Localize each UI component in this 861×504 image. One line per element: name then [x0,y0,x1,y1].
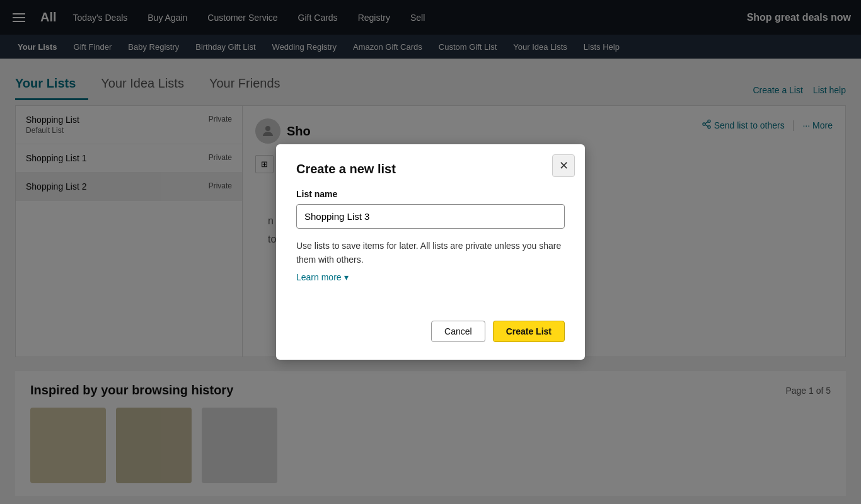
modal-footer: Cancel Create List [296,321,565,342]
learn-more-label: Learn more [296,272,342,282]
list-name-label: List name [296,189,565,199]
create-list-button[interactable]: Create List [493,321,565,342]
modal-close-button[interactable]: ✕ [552,154,575,177]
list-name-input[interactable] [296,204,565,229]
modal-description: Use lists to save items for later. All l… [296,239,565,267]
create-list-modal: ✕ Create a new list List name Use lists … [276,144,585,360]
learn-more-link[interactable]: Learn more ▾ [296,272,349,282]
chevron-down-icon: ▾ [344,272,349,282]
cancel-button[interactable]: Cancel [431,321,485,342]
modal-overlay[interactable]: ✕ Create a new list List name Use lists … [0,0,861,504]
modal-title: Create a new list [296,162,565,176]
